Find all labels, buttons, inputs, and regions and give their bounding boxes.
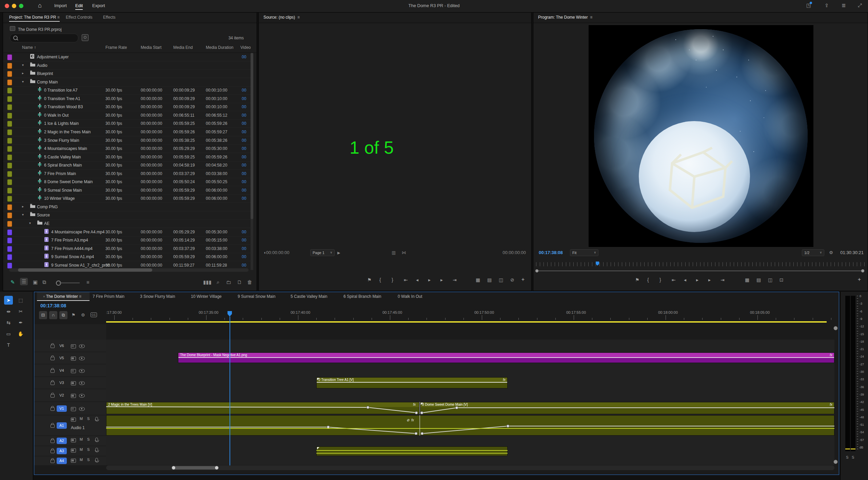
add-marker-button[interactable]: ⚑	[72, 312, 76, 318]
timeline-clip[interactable]: 0 Transition Tree A1 [V]fx	[316, 377, 508, 388]
mark-in-button[interactable]: {	[379, 277, 381, 283]
mute-button[interactable]: M	[80, 447, 83, 452]
program-scrollbar[interactable]	[537, 270, 864, 271]
label-color-swatch[interactable]	[7, 71, 12, 77]
label-color-swatch[interactable]	[7, 246, 12, 252]
find-icon[interactable]: ⌕	[217, 279, 219, 285]
page-dropdown[interactable]: Page 1∨	[310, 249, 335, 256]
project-row[interactable]: 7 Fire Prism A3.mp430.00 fps00:00:00:000…	[3, 236, 251, 245]
sequence-tab[interactable]: 6 Spiral Branch Main	[343, 294, 381, 299]
zoom-slider[interactable]	[59, 283, 80, 283]
go-to-in-button[interactable]: ⇤	[404, 277, 408, 283]
label-color-swatch[interactable]	[7, 212, 12, 218]
project-row[interactable]: 0 Transition Tree A130.00 fps00:00:00:00…	[3, 95, 251, 103]
export-frame-button[interactable]: ◫	[499, 277, 503, 283]
project-row[interactable]: 9 Surreal Snow A1.mp430.00 fps00:00:00:0…	[3, 253, 251, 261]
notifications-panel-icon[interactable]: ◳	[806, 2, 811, 8]
voiceover-mic-icon[interactable]	[95, 448, 98, 452]
project-row[interactable]: ▾AE	[3, 219, 251, 228]
item-name[interactable]: 2 Magic in the Trees Main	[44, 130, 91, 134]
sequence-tab[interactable]: 10 Winter Village	[191, 294, 222, 299]
mark-in-button[interactable]: {	[647, 277, 649, 283]
lock-icon[interactable]	[51, 450, 55, 453]
source-patch-icon[interactable]	[71, 407, 76, 411]
label-color-swatch[interactable]	[7, 88, 12, 94]
timeline-clip[interactable]: 2 Magic in the Trees Main [V]fx	[106, 402, 419, 414]
label-color-swatch[interactable]	[7, 138, 12, 144]
timeline-clip[interactable]	[316, 446, 508, 456]
snap-toggle[interactable]: ∩	[49, 311, 57, 319]
chevron-right-icon[interactable]: ▸	[22, 205, 24, 208]
item-name[interactable]: 10 Winter Village	[44, 196, 75, 201]
item-name[interactable]: 1 Ice & Lights Main	[44, 121, 79, 126]
source-patch-icon[interactable]	[71, 344, 76, 348]
track-name[interactable]: Audio 1	[71, 425, 85, 430]
col-media-end[interactable]: Media End	[173, 45, 193, 50]
track-target-badge[interactable]: V4	[57, 367, 67, 374]
mark-out-button[interactable]: }	[392, 277, 393, 283]
sort-icon[interactable]: ≡	[86, 279, 90, 285]
project-readout-icon[interactable]: ▮▮▮	[203, 279, 212, 285]
add-marker-button[interactable]: ⚑	[367, 277, 372, 283]
label-color-swatch[interactable]	[7, 96, 12, 102]
source-patch-icon[interactable]	[71, 459, 76, 463]
track-select-tool[interactable]: ⬚	[16, 296, 25, 305]
project-row[interactable]: 8 Dome Sweet Dome Main30.00 fps00:00:00:…	[3, 178, 251, 186]
zoom-handle-left[interactable]	[172, 466, 176, 470]
project-row[interactable]: 7 Fire Prism Main30.00 fps00:00:00:0000:…	[3, 170, 251, 178]
track-target-badge[interactable]: A3	[57, 448, 67, 454]
project-row[interactable]: 5 Castle Valley Main30.00 fps00:00:00:00…	[3, 153, 251, 161]
label-color-swatch[interactable]	[7, 196, 12, 202]
item-name[interactable]: 0 Transition Ice A7	[44, 88, 78, 93]
label-color-swatch[interactable]	[7, 179, 12, 185]
track-lane[interactable]	[106, 340, 834, 352]
item-name[interactable]: 6 Spiral Branch Main	[44, 163, 82, 168]
tab-effects[interactable]: Effects	[103, 15, 115, 20]
project-row[interactable]: ▾Comp Main	[3, 78, 251, 87]
track-lane[interactable]	[106, 389, 834, 402]
sequence-tab[interactable]: 0 Walk In Out	[398, 294, 422, 299]
selection-tool[interactable]: ➤	[4, 296, 13, 305]
toggle-track-output-eye-icon[interactable]	[79, 407, 85, 411]
search-in-bin-icon[interactable]	[82, 34, 88, 41]
new-bin-icon[interactable]: 🗀	[226, 279, 231, 285]
label-color-swatch[interactable]	[7, 79, 12, 85]
drag-audio-icon[interactable]: ⋈	[402, 250, 406, 255]
label-color-swatch[interactable]	[7, 121, 12, 127]
col-media-start[interactable]: Media Start	[141, 45, 161, 50]
item-name[interactable]: 3 Snow Flurry Main	[44, 138, 79, 143]
project-row[interactable]: 7 Fire Prism A444.mp430.00 fps00:00:00:0…	[3, 245, 251, 253]
go-to-out-button[interactable]: ⇥	[721, 277, 725, 283]
item-name[interactable]: 7 Fire Prism Main	[44, 171, 76, 176]
vertical-zoom-handle-bottom[interactable]	[833, 460, 838, 464]
program-scroll-handle-right[interactable]	[861, 269, 864, 272]
project-row[interactable]: 4 Mountainscape Pre A4.mp430.00 fps00:00…	[3, 228, 251, 236]
sequence-tab[interactable]: 9 Surreal Snow Main	[238, 294, 275, 299]
freeform-view-button[interactable]: ⧉	[42, 279, 46, 285]
workspace-icon[interactable]: ≣	[842, 2, 846, 8]
chevron-down-icon[interactable]: ▾	[22, 213, 24, 216]
toggle-track-output-eye-icon[interactable]	[79, 381, 85, 385]
label-color-swatch[interactable]	[7, 171, 12, 177]
source-panel-title[interactable]: Source: (no clips) ≡	[263, 15, 300, 21]
play-button[interactable]: ▸	[428, 277, 431, 283]
button-editor-plus[interactable]: +	[858, 276, 861, 283]
solo-button[interactable]: S	[87, 417, 90, 421]
panel-menu-icon[interactable]: ≡	[57, 15, 60, 20]
solo-right-button[interactable]: S	[852, 455, 854, 459]
program-scroll-handle-left[interactable]	[535, 269, 538, 272]
button-editor-plus[interactable]: +	[521, 276, 525, 283]
label-color-swatch[interactable]	[7, 154, 12, 160]
linked-selection-toggle[interactable]: ⧉	[59, 311, 67, 319]
item-name[interactable]: 4 Mountainscape Pre A4.mp4	[51, 230, 104, 234]
label-color-swatch[interactable]	[7, 263, 12, 269]
item-name[interactable]: 5 Castle Valley Main	[44, 155, 81, 159]
track-header-a3[interactable]: A3MS	[34, 446, 106, 456]
playback-resolution-dropdown[interactable]: 1/2∨	[802, 249, 824, 256]
label-color-swatch[interactable]	[7, 146, 12, 152]
track-target-badge[interactable]: V1	[57, 405, 67, 412]
col-media-duration[interactable]: Media Duration	[206, 45, 233, 50]
multicam-button[interactable]: ⊡	[780, 277, 784, 283]
razor-tool[interactable]: ✂	[16, 307, 25, 316]
project-row[interactable]: 9 Surreal Snow Main30.00 fps00:00:00:000…	[3, 186, 251, 195]
